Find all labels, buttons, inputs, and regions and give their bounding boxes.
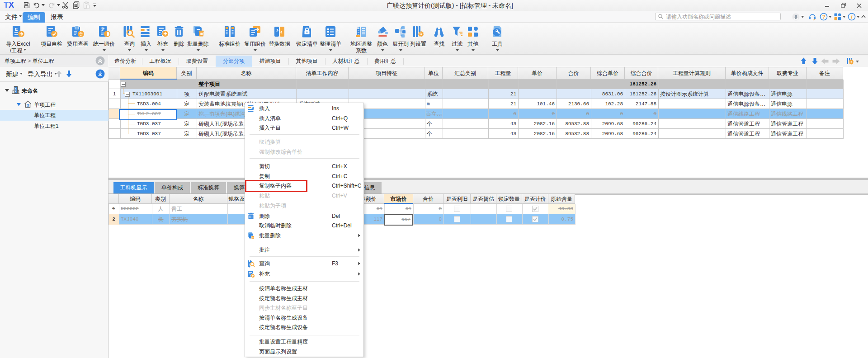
svg-text:H: H	[358, 26, 360, 30]
svg-text:?: ?	[822, 14, 826, 19]
svg-text:E: E	[15, 27, 18, 32]
svg-text:i: i	[851, 14, 853, 19]
